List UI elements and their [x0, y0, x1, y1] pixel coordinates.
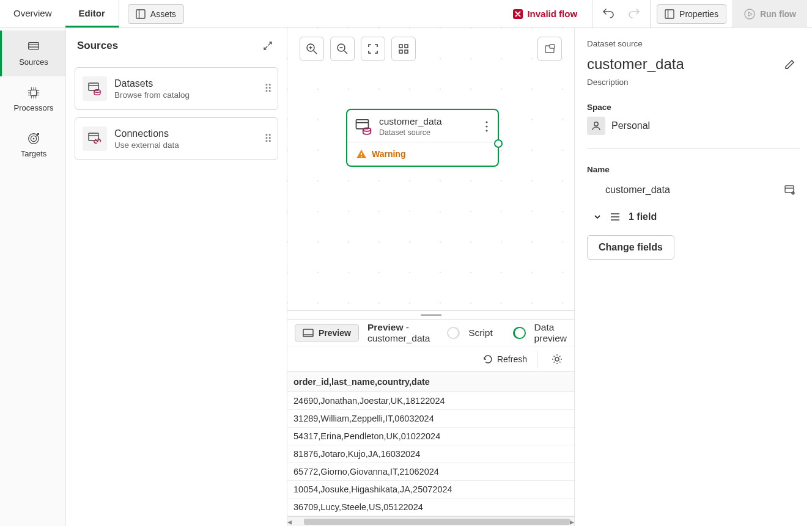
- svg-rect-3: [665, 10, 674, 18]
- invalid-flow-status: Invalid flow: [504, 9, 586, 20]
- svg-rect-0: [136, 10, 145, 18]
- preview-chip[interactable]: Preview: [295, 324, 359, 342]
- center-column: customer_data Dataset source Warning: [287, 28, 575, 526]
- name-value: customer_data: [605, 184, 670, 195]
- svg-point-27: [94, 90, 100, 92]
- rail-processors[interactable]: Processors: [0, 76, 65, 122]
- node-warning-label: Warning: [372, 149, 405, 159]
- source-card-connections[interactable]: Connections Use external data ⠿: [75, 117, 278, 160]
- flow-node-customer-data[interactable]: customer_data Dataset source Warning: [346, 109, 499, 167]
- svg-rect-38: [405, 45, 408, 48]
- zoom-in-icon: [306, 43, 318, 55]
- preview-chip-icon: [303, 329, 314, 337]
- layout-button[interactable]: [391, 37, 416, 61]
- refresh-button[interactable]: Refresh: [482, 354, 527, 365]
- node-output-port[interactable]: [494, 139, 503, 148]
- fields-count-label: 1 field: [629, 211, 657, 222]
- sources-panel-title: Sources: [77, 40, 118, 52]
- svg-point-45: [363, 128, 371, 131]
- preview-actions: Refresh: [287, 346, 574, 371]
- rail-targets[interactable]: Targets: [0, 122, 65, 168]
- collapse-panel-button[interactable]: [260, 38, 276, 54]
- svg-rect-56: [785, 186, 794, 192]
- list-icon: [609, 211, 621, 223]
- panel-icon: [665, 9, 674, 19]
- sources-panel: Sources Datasets Browse from catalog ⠿ C…: [66, 28, 287, 526]
- minimap-button[interactable]: [537, 37, 562, 61]
- left-rail: Sources Processors Targets: [0, 28, 66, 526]
- data-preview-toggle[interactable]: [513, 327, 526, 339]
- drag-handle[interactable]: ⠿: [264, 137, 270, 141]
- chevron-down-icon: [593, 213, 602, 221]
- svg-point-24: [33, 138, 35, 140]
- table-row: 36709,Lucy,Steele,US,05122024: [287, 499, 574, 516]
- properties-title: customer_data: [587, 56, 684, 73]
- add-field-button[interactable]: [780, 180, 800, 200]
- assets-label: Assets: [150, 9, 176, 19]
- space-label: Space: [587, 103, 800, 112]
- connections-title: Connections: [114, 128, 257, 139]
- edit-title-button[interactable]: [780, 54, 800, 74]
- flow-canvas[interactable]: customer_data Dataset source Warning: [287, 28, 574, 310]
- node-title: customer_data: [379, 116, 477, 127]
- space-value: Personal: [611, 120, 650, 131]
- panel-icon: [136, 9, 146, 19]
- change-fields-button[interactable]: Change fields: [587, 235, 674, 260]
- fields-row[interactable]: 1 field: [593, 211, 800, 223]
- pencil-icon: [784, 58, 796, 70]
- zoom-in-button[interactable]: [300, 37, 324, 61]
- kebab-icon: [485, 121, 488, 132]
- datasets-title: Datasets: [114, 78, 257, 89]
- svg-point-50: [361, 156, 362, 158]
- preview-table-wrap: order_id,last_name,country,date 24690,Jo…: [287, 371, 574, 516]
- node-subtitle: Dataset source: [379, 128, 477, 137]
- node-menu-button[interactable]: [483, 121, 490, 132]
- rail-sources[interactable]: Sources: [0, 31, 65, 76]
- tab-overview[interactable]: Overview: [0, 0, 65, 27]
- properties-panel: Dataset source customer_data Description…: [575, 28, 812, 526]
- zoom-out-button[interactable]: [330, 37, 355, 61]
- invalid-flow-label: Invalid flow: [527, 9, 577, 19]
- assets-button[interactable]: Assets: [128, 4, 184, 24]
- data-preview-toggle-label: Data preview: [534, 322, 567, 344]
- grid-icon: [398, 43, 409, 54]
- undo-button[interactable]: [599, 4, 618, 24]
- svg-point-5: [745, 9, 755, 19]
- properties-label: Properties: [679, 9, 718, 19]
- horizontal-scrollbar[interactable]: ◂ ▸: [287, 516, 574, 526]
- drag-handle[interactable]: ⠿: [264, 87, 270, 90]
- table-add-icon: [784, 184, 796, 196]
- svg-point-55: [594, 122, 598, 126]
- preview-bar: Preview Preview - customer_data Script D…: [287, 319, 574, 346]
- svg-rect-40: [405, 50, 408, 53]
- script-toggle[interactable]: [447, 327, 460, 339]
- connections-subtitle: Use external data: [114, 141, 257, 150]
- fields-expand-toggle[interactable]: [593, 213, 602, 221]
- preview-title: Preview - customer_data: [367, 322, 430, 344]
- rail-processors-label: Processors: [13, 103, 53, 112]
- properties-button[interactable]: Properties: [657, 4, 726, 24]
- script-toggle-label: Script: [468, 327, 493, 338]
- fit-icon: [367, 43, 378, 54]
- svg-rect-39: [399, 50, 402, 53]
- tab-editor[interactable]: Editor: [65, 0, 119, 27]
- svg-rect-42: [550, 45, 555, 48]
- svg-line-35: [344, 51, 347, 54]
- preview-table: order_id,last_name,country,date 24690,Jo…: [287, 372, 574, 516]
- preview-chip-label: Preview: [319, 328, 351, 338]
- svg-point-53: [555, 357, 559, 361]
- zoom-out-icon: [336, 43, 349, 55]
- preview-settings-button[interactable]: [547, 349, 567, 369]
- run-flow-label: Run flow: [760, 9, 796, 19]
- svg-point-46: [485, 121, 487, 123]
- svg-rect-6: [29, 43, 39, 49]
- fit-screen-button[interactable]: [361, 37, 385, 61]
- source-card-datasets[interactable]: Datasets Browse from catalog ⠿: [75, 67, 278, 110]
- svg-rect-28: [89, 133, 98, 141]
- run-flow-button[interactable]: Run flow: [733, 0, 807, 28]
- redo-button[interactable]: [624, 4, 644, 24]
- space-avatar: [587, 117, 605, 135]
- node-warning-row: Warning: [347, 142, 498, 166]
- svg-line-31: [314, 51, 317, 54]
- panel-resize-handle[interactable]: [287, 310, 574, 319]
